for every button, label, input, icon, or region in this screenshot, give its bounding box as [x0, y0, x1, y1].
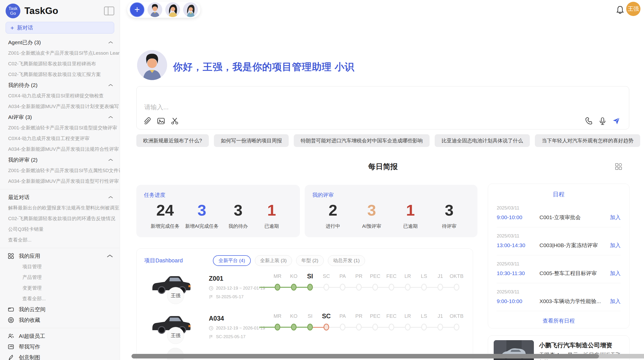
- section-header-my-todo[interactable]: 我的待办 (2): [0, 80, 120, 91]
- recent-chat-item[interactable]: 公司Q3轻卡销量: [0, 224, 120, 235]
- milestone: KO: [286, 272, 302, 302]
- stat-value: 3: [224, 201, 252, 219]
- sidebar-item[interactable]: C02-飞腾新能源轻客改款项目里程碑画布: [0, 58, 120, 69]
- recent-chat-item[interactable]: 解释最新出台的欧盟报废车法规再生塑料比例被调至15%...: [0, 203, 120, 213]
- sidebar-item[interactable]: A034-全新新能源MUV产品开发项目法规符合性评审: [0, 144, 120, 155]
- milestone: PA: [334, 272, 351, 302]
- sidebar-collapse-icon[interactable]: [104, 7, 114, 15]
- tab-model-year[interactable]: 年型 (2): [296, 255, 324, 266]
- app-item-project-mgmt[interactable]: 项目管理: [0, 261, 120, 272]
- join-link[interactable]: 加入: [610, 242, 621, 249]
- schedule-event: 2025/03/11 13:00-14:30 C003|H0B-方案冻结评审 加…: [488, 233, 629, 249]
- tab-powertrain[interactable]: 动总开发 (1): [328, 255, 365, 266]
- project-row[interactable]: 王强 A034 2023-12-19 ~ 2026-01-19 SC-2025-…: [137, 310, 473, 350]
- stat-label: 新增完成任务: [151, 223, 180, 230]
- session-avatar[interactable]: [165, 2, 180, 17]
- sidebar-item[interactable]: C02-飞腾新能源轻客改款项目立项汇报方案: [0, 69, 120, 80]
- suggestion-chip[interactable]: 当下年轻人对汽车外观有怎样的喜好趋势: [535, 134, 640, 147]
- session-avatar[interactable]: [183, 2, 198, 17]
- milestone-node: [356, 284, 362, 291]
- dashboard-title: 项目Dashboard: [144, 257, 213, 264]
- milestone-label: PR: [351, 312, 367, 320]
- layout-grid-icon[interactable]: [615, 163, 622, 170]
- sidebar-item[interactable]: A034-全新新能源MUV产品开发项目造型可行性评审: [0, 176, 120, 187]
- milestone: PEC: [367, 272, 383, 302]
- recent-chat-item[interactable]: C02-飞腾新能源轻客改款项目的闭环通告反馈情况: [0, 213, 120, 224]
- project-flag-milestone: SC-2025-05-17: [209, 334, 265, 339]
- schedule-event: 2025/03/11 10:30-11:30 C005-整车工程目标评审 加入: [488, 261, 629, 277]
- project-code: Z001: [209, 275, 265, 282]
- apps-view-all[interactable]: 查看全部...: [0, 293, 120, 304]
- stat-label: 进行中: [319, 223, 347, 230]
- chat-input[interactable]: [144, 101, 500, 113]
- chevron-up-icon: [108, 196, 113, 199]
- project-dashboard-card: 项目Dashboard 全新平台 (4) 全新上装 (3) 年型 (2) 动总开…: [136, 248, 473, 360]
- join-link[interactable]: 加入: [610, 214, 621, 221]
- date-range: 2023-12-19 ~ 2027-01-19: [216, 286, 265, 291]
- milestone-node: [454, 284, 459, 291]
- horizontal-scrollbar-thumb[interactable]: [131, 354, 599, 358]
- milestone-label: KO: [286, 312, 302, 320]
- join-link[interactable]: 加入: [610, 298, 621, 305]
- milestone-node: [372, 284, 378, 291]
- send-icon[interactable]: [612, 117, 620, 125]
- chevron-up-icon: [107, 253, 113, 259]
- section-header-ai-review[interactable]: AI评审 (3): [0, 112, 120, 123]
- my-review-card: 我的评审 2 进行中 3 AI预评审 1 已逾期 3 待评审: [305, 185, 477, 237]
- join-link[interactable]: 加入: [610, 270, 621, 277]
- suggestion-chip[interactable]: 特朗普可能对进口汽车增税会对中国车企造成哪些影响: [294, 134, 430, 147]
- stat-grid: 24 新增完成任务 3 新增AI完成任务 3 我的待办 1 已逾期: [144, 201, 292, 230]
- scissors-icon[interactable]: [171, 117, 179, 125]
- app-item-change-mgmt[interactable]: 变更管理: [0, 283, 120, 293]
- sidebar-item-cloud-space[interactable]: 我的云空间: [0, 304, 120, 315]
- tab-all-new-top[interactable]: 全新上装 (3): [255, 255, 292, 266]
- sidebar-item-ai-employee[interactable]: AI超级员工: [0, 331, 120, 341]
- sidebar-item-creative-draw[interactable]: 创意制图: [0, 352, 120, 360]
- add-session-button[interactable]: +: [130, 2, 144, 17]
- image-icon[interactable]: [157, 117, 165, 125]
- section-title: AI评审 (3): [8, 114, 32, 121]
- sidebar-item[interactable]: Z001-全新燃油轻卡产品开发项目SI造型提交物评审: [0, 123, 120, 133]
- view-all-schedule-link[interactable]: 查看所有日程: [488, 317, 629, 324]
- session-avatar[interactable]: [148, 2, 162, 17]
- milestone-node: [275, 324, 280, 331]
- section-header-agent-done[interactable]: Agent已办 (3): [0, 37, 120, 48]
- composer-right-icons: [585, 117, 620, 125]
- mic-icon[interactable]: [598, 117, 607, 125]
- sidebar-item-my-apps[interactable]: 我的应用: [0, 251, 120, 261]
- tab-all-new-platform[interactable]: 全新平台 (4): [213, 255, 251, 266]
- phone-icon[interactable]: [585, 117, 593, 125]
- notification-bell-icon[interactable]: [616, 6, 624, 14]
- section-header-my-review[interactable]: 我的评审 (2): [0, 155, 120, 165]
- attachment-icon[interactable]: [143, 117, 151, 125]
- stat-label: 已逾期: [397, 223, 425, 230]
- chevron-up-icon: [108, 84, 113, 87]
- divider: [497, 311, 621, 311]
- suggestion-chip[interactable]: 欧洲新规最近颁布了什么?: [136, 134, 209, 147]
- milestone: OKTB: [448, 272, 465, 302]
- recent-view-all[interactable]: 查看全部...: [0, 235, 120, 245]
- app-item-product-mgmt[interactable]: 产品管理: [0, 272, 120, 283]
- user-avatar[interactable]: 王强: [626, 2, 640, 16]
- clock-icon: [209, 286, 213, 291]
- sidebar-item[interactable]: Z001-全新燃油轻卡产品开发项目SI节点属性5D文件评审: [0, 165, 120, 176]
- schedule-event: 2025/03/11 9:00-10:00 C001-立项审批会 加入: [488, 205, 629, 221]
- ai-employee-label: AI超级员工: [19, 333, 45, 340]
- suggestion-chip[interactable]: 如何写一份清晰的项目周报: [214, 134, 289, 147]
- clock-icon: [209, 326, 213, 331]
- stat-label: 我的待办: [224, 223, 252, 230]
- suggestion-chip[interactable]: 比亚迪全固态电池计划具体说了什么: [435, 134, 530, 147]
- sidebar-item[interactable]: Z001-全新燃油皮卡产品开发项目SI节点Lesson Learn报告: [0, 48, 120, 58]
- task-progress-card: 任务进度 24 新增完成任务 3 新增AI完成任务 3 我的待办 1 已逾期: [136, 185, 300, 237]
- sidebar-item-help-write[interactable]: 帮我写作: [0, 341, 120, 352]
- stat: 2 进行中: [319, 201, 347, 230]
- sidebar-item-favorites[interactable]: 我的收藏: [0, 315, 120, 325]
- stat-value: 24: [151, 201, 180, 219]
- sidebar-item[interactable]: A034-全新新能源MUV产品开发项目计划变更表编写: [0, 101, 120, 112]
- project-info: A034 2023-12-19 ~ 2026-01-19 SC-2025-05-…: [209, 315, 265, 339]
- event-date: 2025/03/11: [497, 233, 621, 239]
- sidebar-item[interactable]: C0X4-动力总成开发项目工程变更评审: [0, 133, 120, 144]
- sidebar-item[interactable]: C0X4-动力总成开发项目SI里程碑提交物检查: [0, 91, 120, 101]
- new-chat-button[interactable]: + 新对话: [6, 22, 114, 34]
- project-row[interactable]: 王强 Z001 2023-12-19 ~ 2027-01-19 SI-2025-…: [137, 270, 473, 310]
